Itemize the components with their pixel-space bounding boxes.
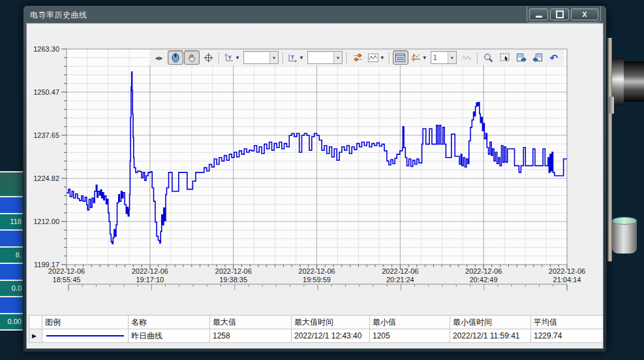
x-axis-time-label: 19:59:59	[303, 276, 331, 284]
desktop: { "window": { "title": "电导率历史曲线", "close…	[0, 0, 644, 360]
table-row[interactable]: ▶昨日曲线12582022/12/1 12:43:4012052022/12/1…	[29, 329, 604, 343]
table-cell-min: 1205	[370, 329, 450, 343]
cursor-sliders-icon	[353, 53, 363, 62]
line-width-select-value: 1	[431, 54, 448, 61]
cursor-sliders-button[interactable]	[350, 50, 366, 65]
export-data-icon	[532, 53, 543, 62]
x-axis-time-label: 21:04:14	[553, 276, 581, 284]
background-value-panel[interactable]: 1188.0.00.00	[0, 171, 23, 331]
undo-zoom-button[interactable]: ↶	[546, 50, 562, 65]
x-axis-date-label: 2022-12-06	[298, 267, 335, 275]
window-controls: X	[527, 7, 601, 23]
undo-icon: ↶	[549, 53, 558, 63]
export-image-button[interactable]	[514, 50, 529, 65]
table-cell-max_time: 2022/12/1 12:43:40	[292, 329, 370, 343]
svg-text:Y: Y	[228, 54, 232, 61]
export-data-button[interactable]	[530, 50, 545, 65]
pan-mode-button[interactable]	[184, 50, 200, 65]
table-header-row: 图例名称最大值最大值时间最小值最小值时间平均值	[29, 316, 604, 329]
panel-value: 0.0	[0, 281, 23, 297]
y-axis-label: 1237.65	[33, 131, 59, 139]
legend-stats-table: 图例名称最大值最大值时间最小值最小值时间平均值 ▶昨日曲线12582022/12…	[29, 315, 604, 343]
x-axis-date-label: 2022-12-06	[382, 267, 418, 275]
pan-mode-icon	[187, 53, 196, 63]
svg-text:T: T	[290, 54, 294, 61]
minimize-button[interactable]	[529, 8, 548, 20]
chart-toolbar: ◂▸Y▼▼T▼▼▼▼1▼↶	[149, 50, 564, 65]
axes-grid-menu-icon	[410, 53, 421, 62]
legend-table-toggle-button[interactable]	[393, 50, 408, 65]
table-header-cell: 图例	[42, 316, 129, 329]
wave-preview-button[interactable]	[459, 50, 474, 65]
crosshair-mode-button[interactable]	[200, 50, 216, 65]
toolbar-separator	[389, 52, 390, 63]
time-range-ruler[interactable]	[69, 284, 567, 291]
vessel-graphic-body	[624, 61, 644, 102]
value-axis-menu-button[interactable]: Y▼	[222, 50, 241, 65]
window-title: 电导率历史曲线	[30, 10, 87, 21]
pan-arrows-icon[interactable]: ◂▸	[151, 50, 167, 65]
row-selector-cell: ▶	[29, 329, 42, 343]
x-axis-time-label: 19:38:35	[219, 276, 247, 284]
titlebar[interactable]: 电导率历史曲线 X	[23, 6, 606, 23]
value-axis-select[interactable]: ▼	[243, 51, 279, 64]
curve-style-menu-button[interactable]: ▼	[367, 50, 386, 65]
table-header-cell: 最大值	[210, 316, 292, 329]
x-axis-date-label: 2022-12-06	[549, 267, 585, 275]
chevron-down-icon[interactable]: ▼	[333, 52, 342, 63]
table-header-cell: 最小值时间	[450, 316, 531, 329]
y-axis-label: 1212.00	[33, 218, 59, 225]
maximize-button[interactable]	[550, 8, 569, 20]
x-axis-date-label: 2022-12-06	[465, 267, 502, 275]
x-axis-date-label: 2022-12-06	[48, 267, 85, 275]
select-region-button[interactable]	[497, 50, 513, 65]
legend-cell	[42, 329, 129, 343]
chevron-down-icon[interactable]: ▼	[269, 52, 278, 63]
chevron-down-icon: ▼	[422, 55, 427, 61]
panel-value: 8.	[0, 248, 23, 264]
legend-table-toggle-icon	[395, 54, 405, 62]
chevron-down-icon: ▼	[235, 55, 240, 61]
table-header-cell: 最小值	[370, 316, 450, 329]
y-axis-label: 1224.82	[33, 174, 59, 182]
panel-bar	[0, 231, 23, 248]
x-axis-date-label: 2022-12-06	[132, 267, 168, 275]
table-header-cell: 名称	[129, 316, 210, 329]
export-image-icon	[516, 53, 527, 62]
x-axis-time-label: 19:17:10	[136, 276, 164, 284]
x-axis-time-label: 20:21:24	[386, 276, 414, 284]
chevron-down-icon: ▼	[299, 55, 304, 61]
tank-graphic	[612, 221, 637, 254]
table-header-cell: 平均值	[531, 316, 604, 329]
legend-line-sample	[46, 335, 123, 336]
client-area: 1263.301250.471237.651224.821212.001199.…	[26, 23, 604, 349]
panel-bar	[0, 297, 23, 314]
table-cell-max: 1258	[210, 329, 292, 343]
tank-graphic-top	[612, 217, 637, 225]
time-axis-select[interactable]: ▼	[307, 51, 343, 64]
panel-value: 0.00	[0, 314, 23, 329]
panel-bar	[0, 264, 23, 281]
curve-style-menu-icon	[368, 54, 378, 62]
pointer-mode-icon	[171, 52, 180, 63]
pointer-mode-button[interactable]	[168, 50, 183, 65]
zoom-button[interactable]	[481, 50, 497, 65]
panel-header	[0, 172, 23, 197]
close-button[interactable]: X	[571, 8, 598, 20]
toolbar-separator	[219, 52, 220, 63]
line-width-select[interactable]: 1▼	[431, 51, 457, 64]
minimize-icon	[536, 16, 542, 18]
panel-bar	[0, 197, 23, 214]
y-axis-label: 1250.47	[33, 88, 59, 96]
panel-value: 118	[0, 214, 23, 231]
chevron-down-icon[interactable]: ▼	[448, 52, 456, 63]
table-header-cell: 最大值时间	[292, 316, 370, 329]
axes-grid-menu-button[interactable]: ▼	[409, 50, 429, 65]
time-axis-menu-button[interactable]: T▼	[286, 50, 305, 65]
x-axis-time-label: 18:55:45	[53, 276, 81, 284]
crosshair-mode-icon	[204, 53, 213, 63]
chevron-down-icon: ▼	[380, 55, 385, 61]
maximize-icon	[556, 10, 564, 18]
toolbar-separator	[346, 52, 348, 63]
select-region-icon	[500, 53, 510, 62]
